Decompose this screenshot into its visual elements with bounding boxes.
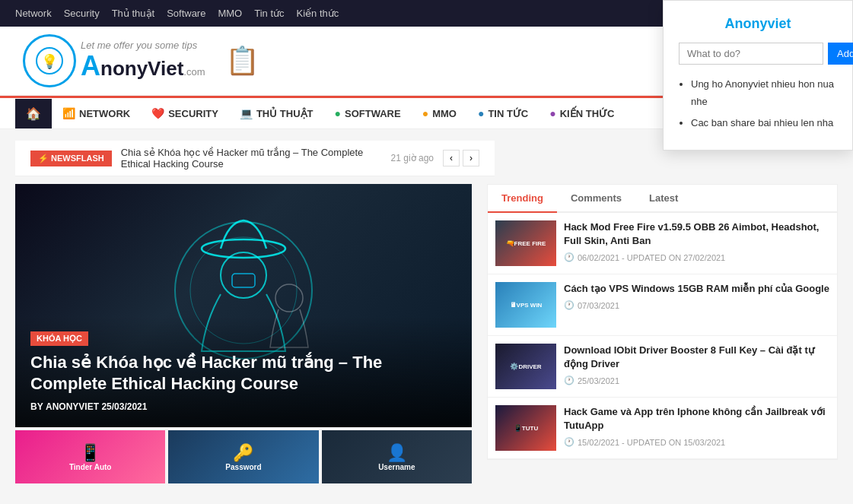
trending-item-1[interactable]: 🔫FREE FIRE Hack Mod Free Fire v1.59.5 OB… — [488, 213, 837, 274]
hero-title: Chia sẻ Khóa học về Hacker mũ trắng – Th… — [30, 352, 457, 395]
nav-kienthuc[interactable]: ● KIẾN THỨC — [539, 98, 625, 128]
clock-icon-2: 🕐 — [564, 300, 575, 310]
trending-title-3: Download IObit Driver Booster 8 Full Key… — [564, 344, 829, 371]
svg-text:💡: 💡 — [41, 53, 59, 70]
topnav-kienthuc[interactable]: Kiến thức — [297, 8, 339, 19]
hero-author-label: BY — [30, 401, 43, 412]
trending-info-4: Hack Game và App trên Iphone không cần J… — [564, 405, 829, 451]
trending-info-2: Cách tạo VPS Windows 15GB RAM miễn phí c… — [564, 282, 829, 328]
trending-title-1: Hack Mod Free Fire v1.59.5 OBB 26 Aimbot… — [564, 220, 829, 248]
nav-thuthua[interactable]: 💻 THỦ THUẬT — [229, 98, 324, 128]
hero-author: ANONYVIET — [46, 401, 99, 412]
logo-circle: 💡 — [23, 34, 76, 87]
trending-thumb-4: 📱TUTU — [495, 405, 556, 451]
trending-date-3: 🕐 25/03/2021 — [564, 376, 829, 385]
newsflash-prev[interactable]: ‹ — [443, 150, 460, 166]
tintuc-icon: ● — [478, 107, 484, 119]
security-icon: ❤️ — [151, 107, 164, 119]
newsflash-next[interactable]: › — [463, 150, 479, 166]
newsflash-bar: ⚡ NEWSFLASH Chia sẻ Khóa học về Hacker m… — [15, 141, 495, 176]
popup-list: Ung ho Anonyviet nhieu hon nua nhe Cac b… — [679, 75, 837, 132]
home-button[interactable]: 🏠 — [15, 99, 52, 128]
newsflash-time: 21 giờ ago — [391, 153, 434, 163]
trending-date-1: 🕐 06/02/2021 - UPDATED ON 27/02/2021 — [564, 252, 829, 262]
kienthuc-icon: ● — [549, 107, 555, 119]
trending-title-4: Hack Game và App trên Iphone không cần J… — [564, 405, 829, 433]
newsflash-arrows: ‹ › — [443, 150, 479, 166]
popup-overlay: Anonyviet Add Ung ho Anonyviet nhieu hon… — [663, 0, 853, 151]
topnav-software[interactable]: Software — [167, 8, 205, 19]
thumb-item-3[interactable]: 👤 Username — [322, 430, 472, 483]
content-wrapper: KHÓA HỌC Chia sẻ Khóa học về Hacker mũ t… — [0, 176, 853, 499]
newsflash-label: ⚡ NEWSFLASH — [30, 151, 112, 166]
popup-title: Anonyviet — [679, 16, 837, 32]
trending-info-3: Download IObit Driver Booster 8 Full Key… — [564, 344, 829, 389]
topnav-mmo[interactable]: MMO — [218, 8, 242, 19]
trending-item-2[interactable]: 🖥VPS WIN Cách tạo VPS Windows 15GB RAM m… — [488, 274, 837, 336]
logo-name: nonyViet — [100, 58, 183, 80]
topnav-network[interactable]: Network — [15, 8, 52, 19]
svg-point-4 — [202, 239, 285, 258]
trend-img-1: 🔫FREE FIRE — [495, 220, 556, 266]
software-icon: ● — [335, 107, 341, 119]
popup-list-item-2: Cac ban share bai nhieu len nha — [691, 114, 837, 132]
trending-date-2: 🕐 07/03/2021 — [564, 300, 829, 310]
popup-input[interactable] — [679, 43, 823, 65]
nav-tintuc[interactable]: ● TIN TỨC — [467, 98, 539, 128]
newsflash-text[interactable]: Chia sẻ Khóa học về Hacker mũ trắng – Th… — [121, 147, 382, 170]
trend-img-3: ⚙️DRIVER — [495, 344, 556, 389]
trending-item-4[interactable]: 📱TUTU Hack Game và App trên Iphone không… — [488, 398, 837, 459]
lightbulb-icon: 💡 — [36, 47, 63, 74]
hero-date: 25/03/2021 — [101, 401, 147, 412]
trending-thumb-3: ⚙️DRIVER — [495, 344, 556, 389]
topnav-tintuc[interactable]: Tin tức — [254, 8, 284, 19]
nav-security[interactable]: ❤️ SECURITY — [141, 98, 229, 128]
laptop-icon: 💻 — [240, 107, 253, 119]
svg-point-7 — [275, 284, 303, 312]
clock-icon-1: 🕐 — [564, 252, 575, 262]
logo[interactable]: 💡 Let me offer you some tips AnonyViet.c… — [23, 34, 259, 87]
trend-img-2: 🖥VPS WIN — [495, 282, 556, 328]
network-icon: 📶 — [62, 107, 75, 119]
hero-article[interactable]: KHÓA HỌC Chia sẻ Khóa học về Hacker mũ t… — [15, 184, 472, 427]
trending-box: Trending Comments Latest 🔫FREE FIRE Hack… — [487, 184, 838, 460]
trending-thumb-2: 🖥VPS WIN — [495, 282, 556, 328]
hero-overlay: KHÓA HỌC Chia sẻ Khóa học về Hacker mũ t… — [15, 316, 472, 427]
popup-input-row: Add — [679, 43, 837, 65]
topnav-thuthua[interactable]: Thủ thuật — [112, 8, 154, 19]
topnav-security[interactable]: Security — [64, 8, 100, 19]
tab-latest[interactable]: Latest — [635, 185, 692, 213]
logo-A: A — [81, 51, 100, 81]
tab-comments[interactable]: Comments — [557, 185, 635, 213]
mmo-icon: ● — [422, 107, 428, 119]
trend-img-4: 📱TUTU — [495, 405, 556, 451]
trending-date-4: 🕐 15/02/2021 - UPDATED ON 15/03/2021 — [564, 437, 829, 447]
svg-point-5 — [221, 252, 266, 298]
nav-network[interactable]: 📶 NETWORK — [52, 98, 141, 128]
thumb-item-1[interactable]: 📱 Tinder Auto — [15, 430, 165, 483]
nav-mmo[interactable]: ● MMO — [412, 98, 467, 128]
trending-tabs: Trending Comments Latest — [488, 185, 837, 213]
tab-trending[interactable]: Trending — [488, 185, 557, 213]
trending-item-3[interactable]: ⚙️DRIVER Download IObit Driver Booster 8… — [488, 336, 837, 398]
sidebar: Trending Comments Latest 🔫FREE FIRE Hack… — [487, 184, 838, 483]
main-content: KHÓA HỌC Chia sẻ Khóa học về Hacker mũ t… — [15, 184, 472, 483]
clock-icon-4: 🕐 — [564, 437, 575, 447]
hero-category: KHÓA HỌC — [30, 331, 88, 346]
logo-decoration: 📋 — [225, 45, 259, 77]
popup-add-button[interactable]: Add — [828, 43, 853, 65]
logo-tagline: Let me offer you some tips — [81, 40, 205, 51]
logo-brand: AnonyViet.com — [81, 51, 205, 81]
clock-icon-3: 🕐 — [564, 376, 575, 385]
thumb-strip: 📱 Tinder Auto 🔑 Password 👤 Us — [15, 430, 472, 483]
popup-list-item-1: Ung ho Anonyviet nhieu hon nua nhe — [691, 75, 837, 111]
svg-rect-6 — [232, 274, 255, 287]
trending-thumb-1: 🔫FREE FIRE — [495, 220, 556, 266]
logo-dotcom: .com — [183, 67, 205, 78]
hero-meta: BY ANONYVIET 25/03/2021 — [30, 401, 457, 412]
trending-title-2: Cách tạo VPS Windows 15GB RAM miễn phí c… — [564, 282, 829, 296]
nav-software[interactable]: ● SOFTWARE — [324, 98, 412, 128]
trending-info-1: Hack Mod Free Fire v1.59.5 OBB 26 Aimbot… — [564, 220, 829, 266]
thumb-item-2[interactable]: 🔑 Password — [168, 430, 318, 483]
